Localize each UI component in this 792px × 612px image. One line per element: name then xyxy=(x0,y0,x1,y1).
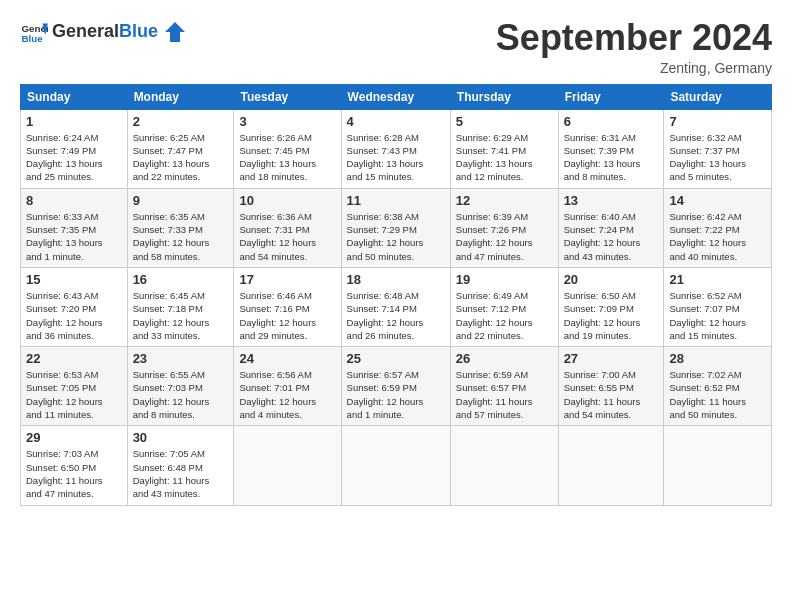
calendar-cell: 13Sunrise: 6:40 AMSunset: 7:24 PMDayligh… xyxy=(558,188,664,267)
header: General Blue GeneralBlue September 2024 … xyxy=(20,18,772,76)
day-info: Sunrise: 6:45 AMSunset: 7:18 PMDaylight:… xyxy=(133,289,229,342)
calendar-cell: 5Sunrise: 6:29 AMSunset: 7:41 PMDaylight… xyxy=(450,109,558,188)
calendar-cell: 27Sunrise: 7:00 AMSunset: 6:55 PMDayligh… xyxy=(558,347,664,426)
header-row: Sunday Monday Tuesday Wednesday Thursday… xyxy=(21,84,772,109)
day-number: 19 xyxy=(456,272,553,287)
calendar-cell: 3Sunrise: 6:26 AMSunset: 7:45 PMDaylight… xyxy=(234,109,341,188)
logo-text: GeneralBlue xyxy=(52,22,185,42)
day-info: Sunrise: 6:49 AMSunset: 7:12 PMDaylight:… xyxy=(456,289,553,342)
calendar-cell: 2Sunrise: 6:25 AMSunset: 7:47 PMDaylight… xyxy=(127,109,234,188)
calendar-cell: 23Sunrise: 6:55 AMSunset: 7:03 PMDayligh… xyxy=(127,347,234,426)
day-number: 3 xyxy=(239,114,335,129)
day-info: Sunrise: 7:02 AMSunset: 6:52 PMDaylight:… xyxy=(669,368,766,421)
calendar-cell: 21Sunrise: 6:52 AMSunset: 7:07 PMDayligh… xyxy=(664,267,772,346)
day-info: Sunrise: 6:36 AMSunset: 7:31 PMDaylight:… xyxy=(239,210,335,263)
day-info: Sunrise: 6:40 AMSunset: 7:24 PMDaylight:… xyxy=(564,210,659,263)
day-info: Sunrise: 6:24 AMSunset: 7:49 PMDaylight:… xyxy=(26,131,122,184)
day-info: Sunrise: 6:56 AMSunset: 7:01 PMDaylight:… xyxy=(239,368,335,421)
day-number: 30 xyxy=(133,430,229,445)
day-number: 21 xyxy=(669,272,766,287)
calendar-cell: 29Sunrise: 7:03 AMSunset: 6:50 PMDayligh… xyxy=(21,426,128,505)
svg-text:Blue: Blue xyxy=(21,33,43,44)
day-number: 23 xyxy=(133,351,229,366)
day-number: 24 xyxy=(239,351,335,366)
calendar-cell: 1Sunrise: 6:24 AMSunset: 7:49 PMDaylight… xyxy=(21,109,128,188)
day-number: 5 xyxy=(456,114,553,129)
calendar-cell: 16Sunrise: 6:45 AMSunset: 7:18 PMDayligh… xyxy=(127,267,234,346)
logo-icon: General Blue xyxy=(20,18,48,46)
calendar-week-3: 15Sunrise: 6:43 AMSunset: 7:20 PMDayligh… xyxy=(21,267,772,346)
col-saturday: Saturday xyxy=(664,84,772,109)
day-number: 29 xyxy=(26,430,122,445)
day-info: Sunrise: 6:29 AMSunset: 7:41 PMDaylight:… xyxy=(456,131,553,184)
calendar-week-2: 8Sunrise: 6:33 AMSunset: 7:35 PMDaylight… xyxy=(21,188,772,267)
day-info: Sunrise: 6:32 AMSunset: 7:37 PMDaylight:… xyxy=(669,131,766,184)
calendar-cell: 15Sunrise: 6:43 AMSunset: 7:20 PMDayligh… xyxy=(21,267,128,346)
day-info: Sunrise: 6:31 AMSunset: 7:39 PMDaylight:… xyxy=(564,131,659,184)
day-number: 4 xyxy=(347,114,445,129)
svg-marker-4 xyxy=(165,22,185,42)
calendar-cell: 17Sunrise: 6:46 AMSunset: 7:16 PMDayligh… xyxy=(234,267,341,346)
calendar-cell: 30Sunrise: 7:05 AMSunset: 6:48 PMDayligh… xyxy=(127,426,234,505)
day-info: Sunrise: 6:55 AMSunset: 7:03 PMDaylight:… xyxy=(133,368,229,421)
col-friday: Friday xyxy=(558,84,664,109)
day-info: Sunrise: 6:26 AMSunset: 7:45 PMDaylight:… xyxy=(239,131,335,184)
calendar-week-1: 1Sunrise: 6:24 AMSunset: 7:49 PMDaylight… xyxy=(21,109,772,188)
col-tuesday: Tuesday xyxy=(234,84,341,109)
calendar-cell: 25Sunrise: 6:57 AMSunset: 6:59 PMDayligh… xyxy=(341,347,450,426)
calendar-cell: 6Sunrise: 6:31 AMSunset: 7:39 PMDaylight… xyxy=(558,109,664,188)
day-info: Sunrise: 6:46 AMSunset: 7:16 PMDaylight:… xyxy=(239,289,335,342)
day-info: Sunrise: 6:59 AMSunset: 6:57 PMDaylight:… xyxy=(456,368,553,421)
day-number: 6 xyxy=(564,114,659,129)
title-area: September 2024 Zenting, Germany xyxy=(496,18,772,76)
col-thursday: Thursday xyxy=(450,84,558,109)
day-number: 1 xyxy=(26,114,122,129)
day-info: Sunrise: 6:35 AMSunset: 7:33 PMDaylight:… xyxy=(133,210,229,263)
day-info: Sunrise: 6:50 AMSunset: 7:09 PMDaylight:… xyxy=(564,289,659,342)
calendar-cell: 14Sunrise: 6:42 AMSunset: 7:22 PMDayligh… xyxy=(664,188,772,267)
calendar-week-5: 29Sunrise: 7:03 AMSunset: 6:50 PMDayligh… xyxy=(21,426,772,505)
day-info: Sunrise: 6:33 AMSunset: 7:35 PMDaylight:… xyxy=(26,210,122,263)
calendar-cell xyxy=(341,426,450,505)
day-number: 7 xyxy=(669,114,766,129)
calendar-cell: 24Sunrise: 6:56 AMSunset: 7:01 PMDayligh… xyxy=(234,347,341,426)
col-wednesday: Wednesday xyxy=(341,84,450,109)
col-monday: Monday xyxy=(127,84,234,109)
calendar-cell: 19Sunrise: 6:49 AMSunset: 7:12 PMDayligh… xyxy=(450,267,558,346)
day-info: Sunrise: 6:28 AMSunset: 7:43 PMDaylight:… xyxy=(347,131,445,184)
calendar-cell: 8Sunrise: 6:33 AMSunset: 7:35 PMDaylight… xyxy=(21,188,128,267)
calendar-cell xyxy=(234,426,341,505)
day-info: Sunrise: 6:53 AMSunset: 7:05 PMDaylight:… xyxy=(26,368,122,421)
month-title: September 2024 xyxy=(496,18,772,58)
day-info: Sunrise: 6:57 AMSunset: 6:59 PMDaylight:… xyxy=(347,368,445,421)
location: Zenting, Germany xyxy=(496,60,772,76)
calendar-cell: 22Sunrise: 6:53 AMSunset: 7:05 PMDayligh… xyxy=(21,347,128,426)
day-number: 17 xyxy=(239,272,335,287)
day-number: 18 xyxy=(347,272,445,287)
calendar-cell: 26Sunrise: 6:59 AMSunset: 6:57 PMDayligh… xyxy=(450,347,558,426)
day-info: Sunrise: 7:00 AMSunset: 6:55 PMDaylight:… xyxy=(564,368,659,421)
calendar-cell xyxy=(664,426,772,505)
calendar-cell: 18Sunrise: 6:48 AMSunset: 7:14 PMDayligh… xyxy=(341,267,450,346)
day-number: 16 xyxy=(133,272,229,287)
day-number: 25 xyxy=(347,351,445,366)
calendar-cell: 7Sunrise: 6:32 AMSunset: 7:37 PMDaylight… xyxy=(664,109,772,188)
day-info: Sunrise: 6:25 AMSunset: 7:47 PMDaylight:… xyxy=(133,131,229,184)
day-number: 26 xyxy=(456,351,553,366)
day-number: 12 xyxy=(456,193,553,208)
calendar-cell: 28Sunrise: 7:02 AMSunset: 6:52 PMDayligh… xyxy=(664,347,772,426)
day-number: 28 xyxy=(669,351,766,366)
day-number: 9 xyxy=(133,193,229,208)
day-number: 27 xyxy=(564,351,659,366)
calendar-cell: 9Sunrise: 6:35 AMSunset: 7:33 PMDaylight… xyxy=(127,188,234,267)
calendar-cell xyxy=(450,426,558,505)
day-info: Sunrise: 6:39 AMSunset: 7:26 PMDaylight:… xyxy=(456,210,553,263)
day-number: 15 xyxy=(26,272,122,287)
day-number: 11 xyxy=(347,193,445,208)
day-number: 13 xyxy=(564,193,659,208)
calendar-cell: 10Sunrise: 6:36 AMSunset: 7:31 PMDayligh… xyxy=(234,188,341,267)
day-info: Sunrise: 7:03 AMSunset: 6:50 PMDaylight:… xyxy=(26,447,122,500)
day-info: Sunrise: 6:42 AMSunset: 7:22 PMDaylight:… xyxy=(669,210,766,263)
calendar-table: Sunday Monday Tuesday Wednesday Thursday… xyxy=(20,84,772,506)
calendar-cell: 12Sunrise: 6:39 AMSunset: 7:26 PMDayligh… xyxy=(450,188,558,267)
